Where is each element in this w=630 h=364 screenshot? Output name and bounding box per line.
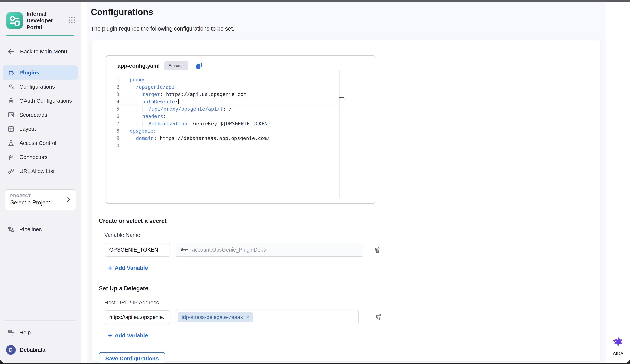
layout-icon bbox=[7, 125, 15, 133]
sidebar-item-access-control[interactable]: Access Control bbox=[3, 136, 78, 150]
aida-icon bbox=[611, 335, 625, 349]
sidebar-item-plugins[interactable]: Plugins bbox=[3, 65, 78, 79]
main-panel: Configurations The plugin requires the f… bbox=[87, 2, 606, 363]
chevron-right-icon bbox=[65, 196, 72, 203]
project-value: Select a Project bbox=[10, 199, 65, 206]
code-line: 1proxy: bbox=[106, 76, 375, 83]
arrow-left-icon bbox=[7, 47, 15, 56]
code-line: 10 bbox=[106, 142, 375, 149]
user-menu[interactable]: D Debabrata bbox=[6, 345, 80, 355]
sidebar-nav: Plugins Configurations bbox=[3, 65, 78, 178]
secret-section-heading: Create or select a secret bbox=[99, 218, 600, 224]
aida-label: AIDA bbox=[613, 351, 624, 356]
app-title: Internal Developer Portal bbox=[26, 10, 64, 30]
window-top-edge bbox=[0, 0, 630, 2]
key-icon bbox=[181, 247, 188, 252]
project-selector[interactable]: PROJECT Select a Project bbox=[5, 190, 76, 210]
sidebar: Internal Developer Portal Back to Main M… bbox=[0, 2, 80, 363]
app-logo bbox=[6, 12, 22, 28]
brand-underline bbox=[6, 35, 74, 36]
add-variable-button-delegate[interactable]: + Add Variable bbox=[108, 332, 600, 339]
project-label: PROJECT bbox=[10, 194, 65, 198]
pipelines-icon bbox=[7, 226, 15, 233]
sidebar-item-scorecards[interactable]: Scorecards bbox=[3, 108, 78, 122]
variable-name-input[interactable] bbox=[105, 243, 170, 257]
delegate-tag-label: idp-stress-delegate-zeaak bbox=[182, 314, 243, 320]
code-line: 8opsgenie: bbox=[106, 127, 375, 135]
help-label: Help bbox=[20, 330, 31, 336]
delete-delegate-icon[interactable] bbox=[374, 313, 382, 321]
app-window: Internal Developer Portal Back to Main M… bbox=[0, 2, 630, 363]
gears-icon bbox=[7, 83, 15, 90]
sidebar-item-label: Scorecards bbox=[20, 112, 47, 118]
code-line: 6 headers: bbox=[106, 113, 375, 120]
sidebar-item-label: Layout bbox=[20, 126, 36, 132]
link-icon bbox=[7, 168, 15, 175]
sidebar-gap bbox=[80, 2, 87, 363]
delegate-tags-field[interactable]: idp-stress-delegate-zeaak × bbox=[176, 310, 358, 324]
code-line: 7 Authorization: GenieKey ${OPSGENIE_TOK… bbox=[106, 120, 375, 127]
secret-row: account.OpsGenie_PluginDeba bbox=[105, 243, 600, 257]
add-variable-button-secret[interactable]: + Add Variable bbox=[108, 265, 600, 271]
sidebar-item-configurations[interactable]: Configurations bbox=[3, 79, 78, 94]
delegate-section-heading: Set Up a Delegate bbox=[99, 285, 600, 292]
code-line: 2 /opsgenie/api: bbox=[106, 83, 375, 91]
sidebar-item-label: Access Control bbox=[20, 140, 56, 146]
host-url-input[interactable] bbox=[105, 310, 170, 324]
svg-text:?: ? bbox=[9, 329, 11, 333]
code-line-active: 4 pathRewrite: bbox=[106, 98, 375, 105]
sidebar-header: Internal Developer Portal bbox=[6, 10, 76, 30]
secret-value: account.OpsGenie_PluginDeba bbox=[192, 247, 266, 253]
yaml-filename: app-config.yaml bbox=[118, 63, 160, 69]
delete-secret-icon[interactable] bbox=[373, 246, 381, 254]
add-variable-label: Add Variable bbox=[114, 332, 148, 339]
add-variable-label: Add Variable bbox=[114, 265, 148, 271]
save-configurations-button[interactable]: Save Configurations bbox=[99, 353, 165, 363]
copy-icon[interactable] bbox=[195, 62, 203, 70]
sidebar-item-label: Connectors bbox=[20, 154, 48, 160]
puzzle-icon bbox=[7, 69, 15, 76]
back-to-main-menu[interactable]: Back to Main Menu bbox=[7, 47, 80, 56]
yaml-editor-header: app-config.yaml Service bbox=[106, 61, 375, 70]
remove-tag-icon[interactable]: × bbox=[246, 314, 250, 320]
plus-icon: + bbox=[108, 333, 112, 338]
plus-icon: + bbox=[108, 265, 112, 271]
back-label: Back to Main Menu bbox=[20, 48, 67, 55]
right-rail: AIDA bbox=[606, 2, 630, 363]
help-button[interactable]: ? Help bbox=[7, 329, 80, 337]
code-line: 5 /api/proxy/opsgenie/api/?: / bbox=[106, 105, 375, 113]
help-chat-icon: ? bbox=[7, 329, 15, 337]
delegate-tag: idp-stress-delegate-zeaak × bbox=[178, 312, 253, 322]
delegate-row: idp-stress-delegate-zeaak × bbox=[105, 310, 600, 324]
sidebar-item-label: URL Allow List bbox=[20, 168, 54, 174]
page-subtitle: The plugin requires the following config… bbox=[91, 25, 606, 32]
yaml-editor-card: app-config.yaml Service 1proxy: 2 /ops bbox=[106, 55, 376, 204]
user-name: Debabrata bbox=[20, 347, 46, 353]
apps-grid-icon[interactable] bbox=[68, 16, 76, 25]
sidebar-item-oauth-configurations[interactable]: OAuth Configurations bbox=[3, 94, 78, 108]
connector-icon bbox=[7, 153, 15, 161]
scorecard-icon bbox=[7, 111, 15, 118]
sidebar-item-layout[interactable]: Layout bbox=[3, 122, 78, 136]
variable-name-label: Variable Name bbox=[104, 232, 600, 238]
yaml-code-area[interactable]: 1proxy: 2 /opsgenie/api: 3 target: https… bbox=[106, 76, 375, 149]
sidebar-item-pipelines[interactable]: Pipelines bbox=[7, 226, 80, 233]
sidebar-item-connectors[interactable]: Connectors bbox=[3, 150, 78, 164]
code-line: 9 domain: https://debaharness.app.opsgen… bbox=[106, 135, 375, 142]
pipelines-label: Pipelines bbox=[20, 226, 42, 233]
sidebar-item-label: OAuth Configurations bbox=[20, 98, 72, 104]
lock-icon bbox=[7, 97, 15, 104]
code-line: 3 target: https://api.us.opsgenie.com bbox=[106, 91, 375, 98]
avatar: D bbox=[6, 345, 16, 355]
sidebar-item-url-allow-list[interactable]: URL Allow List bbox=[3, 164, 78, 178]
sidebar-divider bbox=[4, 184, 76, 184]
sidebar-item-label: Configurations bbox=[20, 84, 55, 90]
sidebar-divider-bottom bbox=[4, 321, 76, 321]
aida-assistant-button[interactable]: AIDA bbox=[611, 335, 625, 356]
secret-select-field[interactable]: account.OpsGenie_PluginDeba bbox=[176, 243, 363, 257]
sidebar-item-label: Plugins bbox=[20, 69, 39, 76]
text-cursor bbox=[178, 99, 179, 104]
service-badge: Service bbox=[164, 61, 188, 70]
page-title: Configurations bbox=[91, 7, 606, 17]
configurations-card: app-config.yaml Service 1proxy: 2 /ops bbox=[92, 40, 600, 361]
